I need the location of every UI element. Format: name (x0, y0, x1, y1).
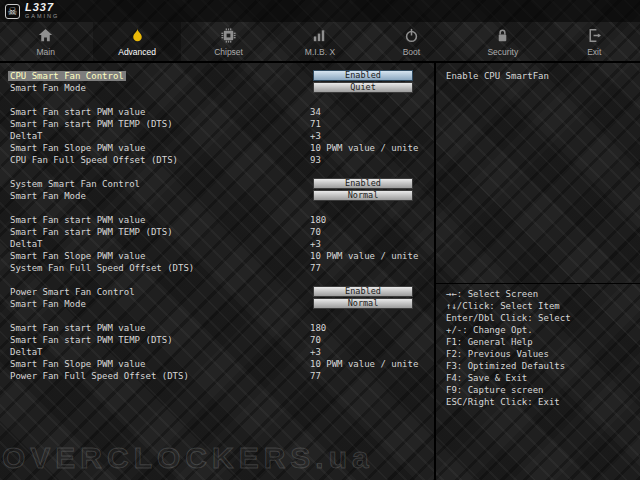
spacer-row (0, 202, 434, 214)
hotkey-legend: →←: Select Screen↑↓/Click: Select ItemEn… (436, 283, 640, 408)
setting-value: 34 (310, 107, 321, 117)
setting-row: Smart Fan ModeNormal (0, 190, 434, 202)
bios-screen: ☠ L337 GAMING Main Advanced (0, 0, 640, 480)
tab-main[interactable]: Main (2, 22, 90, 62)
house-icon (37, 27, 54, 44)
setting-value-button[interactable]: Enabled (313, 178, 413, 189)
setting-row: CPU Smart Fan ControlEnabled (0, 70, 434, 82)
setting-row: System Smart Fan ControlEnabled (0, 178, 434, 190)
setting-value-button[interactable]: Quiet (313, 82, 413, 93)
setting-row: Power Fan Full Speed Offset (DTS)77 (0, 370, 434, 382)
setting-value: 77 (310, 371, 321, 381)
tab-label: M.I.B. X (305, 47, 335, 57)
hotkey-hint: +/-: Change Opt. (446, 324, 640, 336)
setting-label[interactable]: Smart Fan start PWM TEMP (DTS) (10, 335, 173, 345)
setting-row: CPU Fan Full Speed Offset (DTS)93 (0, 154, 434, 166)
setting-label[interactable]: System Smart Fan Control (10, 179, 140, 189)
setting-value-button[interactable]: Normal (313, 298, 413, 309)
setting-label[interactable]: CPU Smart Fan Control (8, 71, 126, 81)
hotkey-hint: ↑↓/Click: Select Item (446, 300, 640, 312)
exit-door-icon (586, 27, 603, 44)
setting-value: 10 PWM value / unite (310, 251, 418, 261)
setting-label[interactable]: CPU Fan Full Speed Offset (DTS) (10, 155, 178, 165)
setting-label[interactable]: DeltaT (10, 131, 43, 141)
setting-value: +3 (310, 239, 321, 249)
hotkey-hint: F1: General Help (446, 336, 640, 348)
setting-value: 10 PWM value / unite (310, 359, 418, 369)
tab-advanced[interactable]: Advanced (93, 22, 181, 62)
bar-chart-icon (311, 27, 328, 44)
spacer-row (0, 94, 434, 106)
setting-label[interactable]: DeltaT (10, 347, 43, 357)
setting-row: DeltaT+3 (0, 130, 434, 142)
tab-exit[interactable]: Exit (550, 22, 638, 62)
spacer-row (0, 166, 434, 178)
setting-row: Power Smart Fan ControlEnabled (0, 286, 434, 298)
tab-label: Main (36, 47, 54, 57)
setting-row: Smart Fan Slope PWM value10 PWM value / … (0, 142, 434, 154)
hotkey-hint: ESC/Right Click: Exit (446, 396, 640, 408)
setting-label[interactable]: Smart Fan Mode (10, 299, 86, 309)
brand-subtitle: GAMING (25, 14, 59, 20)
setting-row: Smart Fan ModeQuiet (0, 82, 434, 94)
setting-row: Smart Fan start PWM TEMP (DTS)71 (0, 118, 434, 130)
setting-value: 180 (310, 323, 326, 333)
setting-label[interactable]: Smart Fan Slope PWM value (10, 251, 145, 261)
setting-row: Smart Fan Slope PWM value10 PWM value / … (0, 358, 434, 370)
setting-label[interactable]: Smart Fan start PWM value (10, 323, 145, 333)
tab-boot[interactable]: Boot (367, 22, 455, 62)
setting-value: +3 (310, 347, 321, 357)
setting-label[interactable]: DeltaT (10, 239, 43, 249)
setting-label[interactable]: Smart Fan Slope PWM value (10, 359, 145, 369)
brand-title: L337 (25, 2, 59, 13)
spacer-row (0, 310, 434, 322)
setting-label[interactable]: Smart Fan start PWM value (10, 215, 145, 225)
setting-value-button[interactable]: Enabled (313, 286, 413, 297)
chip-icon (220, 27, 237, 44)
hotkey-hint: F4: Save & Exit (446, 372, 640, 384)
setting-row: Smart Fan Slope PWM value10 PWM value / … (0, 250, 434, 262)
tab-chipset[interactable]: Chipset (185, 22, 273, 62)
setting-value: 93 (310, 155, 321, 165)
watermark: OVERCLOCKERS.ua (2, 441, 374, 475)
setting-row: DeltaT+3 (0, 346, 434, 358)
setting-value: 70 (310, 227, 321, 237)
setting-row: Smart Fan ModeNormal (0, 298, 434, 310)
setting-value: 180 (310, 215, 326, 225)
tab-security[interactable]: Security (459, 22, 547, 62)
logo-bar: ☠ L337 GAMING (0, 0, 640, 22)
tab-label: Security (487, 47, 518, 57)
setting-label[interactable]: Smart Fan Mode (10, 191, 86, 201)
setting-row: DeltaT+3 (0, 238, 434, 250)
setting-label[interactable]: Power Smart Fan Control (10, 287, 135, 297)
tab-label: Chipset (214, 47, 243, 57)
tab-label: Advanced (118, 47, 156, 57)
hotkey-hint: Enter/Dbl Click: Select (446, 312, 640, 324)
setting-value: 71 (310, 119, 321, 129)
flame-icon (129, 27, 146, 44)
setting-value-button[interactable]: Enabled (313, 70, 413, 81)
settings-list: CPU Smart Fan ControlEnabledSmart Fan Mo… (0, 70, 434, 382)
setting-label[interactable]: Smart Fan start PWM TEMP (DTS) (10, 227, 173, 237)
setting-value: 10 PWM value / unite (310, 143, 418, 153)
help-panel: Enable CPU SmartFan →←: Select Screen↑↓/… (434, 63, 640, 480)
setting-label[interactable]: Smart Fan Mode (10, 83, 86, 93)
tab-mib-x[interactable]: M.I.B. X (276, 22, 364, 62)
tab-label: Exit (587, 47, 601, 57)
setting-row: Smart Fan start PWM value180 (0, 214, 434, 226)
setting-label[interactable]: Smart Fan Slope PWM value (10, 143, 145, 153)
setting-label[interactable]: System Fan Full Speed Offset (DTS) (10, 263, 194, 273)
menu-tab-bar: Main Advanced Chipset (0, 22, 640, 63)
hotkey-hint: →←: Select Screen (446, 288, 640, 300)
brand-logo: L337 GAMING (25, 2, 59, 20)
hotkey-hint: F3: Optimized Defaults (446, 360, 640, 372)
setting-label[interactable]: Power Fan Full Speed Offset (DTS) (10, 371, 189, 381)
setting-label[interactable]: Smart Fan start PWM value (10, 107, 145, 117)
setting-label[interactable]: Smart Fan start PWM TEMP (DTS) (10, 119, 173, 129)
setting-row: Smart Fan start PWM TEMP (DTS)70 (0, 334, 434, 346)
hotkey-hint: F9: Capture screen (446, 384, 640, 396)
setting-value: 77 (310, 263, 321, 273)
setting-value: +3 (310, 131, 321, 141)
setting-row: System Fan Full Speed Offset (DTS)77 (0, 262, 434, 274)
setting-value-button[interactable]: Normal (313, 190, 413, 201)
